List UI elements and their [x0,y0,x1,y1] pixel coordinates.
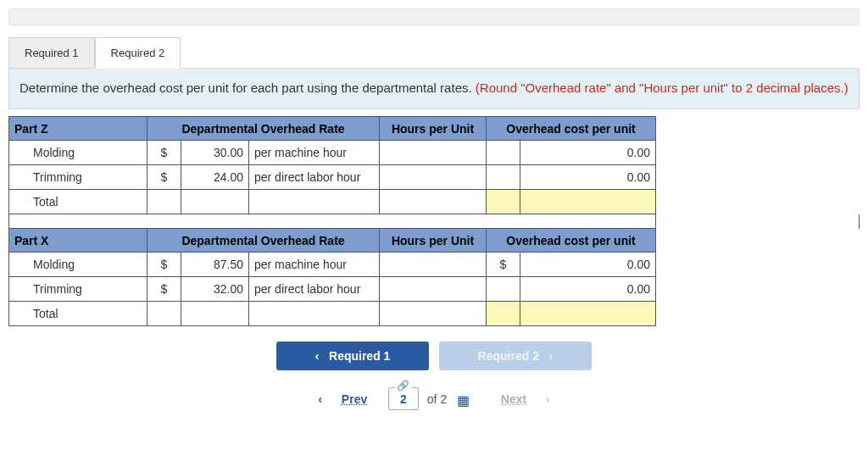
rate-unit [249,302,380,326]
col-cost: Overhead cost per unit [487,229,656,253]
rate-input[interactable]: 32.00 [181,277,249,302]
chevron-left-icon[interactable]: ‹ [318,392,322,406]
part-x-row-molding: Molding $ 87.50 per machine hour $ 0.00 [9,253,860,277]
chevron-left-icon: ‹ [315,349,320,363]
rate-unit: per direct labor hour [249,277,380,302]
pager-next: Next [488,392,539,406]
cost-value: 0.00 [520,141,656,165]
pager-prev[interactable]: Prev [329,392,380,406]
parts-table: Part Z Departmental Overhead Rate Hours … [8,116,860,326]
rate-unit: per machine hour [249,253,380,277]
cost-symbol [487,190,520,214]
cost-symbol: $ [487,253,520,277]
currency-symbol: $ [147,141,181,165]
rate-unit: per direct labor hour [249,165,380,190]
part-x-row-total: Total [9,302,860,326]
instruction-text: Determine the overhead cost per unit for… [19,81,476,95]
cost-value: 0.00 [520,253,656,277]
col-cost: Overhead cost per unit [487,117,656,141]
row-label: Trimming [9,165,147,190]
tab-required-2[interactable]: Required 2 [95,37,181,69]
prev-required-label: Required 1 [329,349,390,363]
tabs: Required 1 Required 2 [8,37,860,69]
pager-of-label: of [427,392,437,406]
cost-value: 0.00 [520,165,656,190]
rate-input [181,302,249,326]
col-hours: Hours per Unit [380,117,487,141]
hours-input [380,190,487,214]
prev-required-button[interactable]: ‹ Required 1 [276,342,429,370]
pager: ‹ Prev 🔗 2 of 2 ▦ Next › [8,387,860,410]
cost-total [520,190,656,214]
col-hours: Hours per Unit [380,229,487,253]
hours-input[interactable] [380,165,487,190]
tab-required-1[interactable]: Required 1 [8,37,95,69]
chevron-right-icon: › [546,392,550,406]
row-label: Total [9,302,147,326]
currency-symbol: $ [147,253,181,277]
cost-value: 0.00 [520,277,656,302]
currency-symbol: $ [147,165,181,190]
row-label: Total [9,190,147,214]
part-x-row-trimming: Trimming $ 32.00 per direct labor hour 0… [9,277,860,302]
cost-symbol [487,277,520,302]
hours-input [380,302,487,326]
rate-input[interactable]: 87.50 [181,253,249,277]
instruction-note: (Round "Overhead rate" and "Hours per un… [476,81,849,95]
next-required-button: Required 2 › [439,342,592,370]
cost-total [520,302,656,326]
next-required-label: Required 2 [478,349,539,363]
table-header-part-x: Part X Departmental Overhead Rate Hours … [9,229,860,253]
row-label: Trimming [9,277,147,302]
row-label: Molding [9,253,147,277]
cost-symbol [487,165,520,190]
link-icon: 🔗 [395,380,411,392]
grid-icon[interactable]: ▦ [457,392,470,408]
col-rate: Departmental Overhead Rate [147,117,380,141]
part-z-row-total: Total [9,190,860,214]
rate-unit: per machine hour [249,141,380,165]
cost-symbol [487,141,520,165]
part-z-row-trimming: Trimming $ 24.00 per direct labor hour 0… [9,165,860,190]
pager-current-value: 2 [400,392,407,406]
rate-input[interactable]: 24.00 [181,165,249,190]
row-label: Molding [9,141,147,165]
currency-symbol [147,302,181,326]
cost-symbol [487,302,520,326]
hours-input[interactable] [380,141,487,165]
hours-input[interactable] [380,277,487,302]
pager-total: 2 [440,392,447,406]
col-rate: Departmental Overhead Rate [147,229,380,253]
table-header-part-z: Part Z Departmental Overhead Rate Hours … [9,117,860,141]
pager-current[interactable]: 🔗 2 [388,387,419,410]
top-bar [8,8,860,25]
currency-symbol [147,190,181,214]
pager-of: of 2 [427,392,450,406]
chevron-right-icon: › [549,349,554,363]
part-z-title: Part Z [9,117,147,141]
instruction: Determine the overhead cost per unit for… [8,68,860,109]
part-z-row-molding: Molding $ 30.00 per machine hour 0.00 [9,141,860,165]
rate-input [181,190,249,214]
rate-input[interactable]: 30.00 [181,141,249,165]
nav-buttons: ‹ Required 1 Required 2 › [8,342,860,370]
hours-input[interactable] [380,253,487,277]
part-x-title: Part X [9,229,147,253]
rate-unit [249,190,380,214]
currency-symbol: $ [147,277,181,302]
